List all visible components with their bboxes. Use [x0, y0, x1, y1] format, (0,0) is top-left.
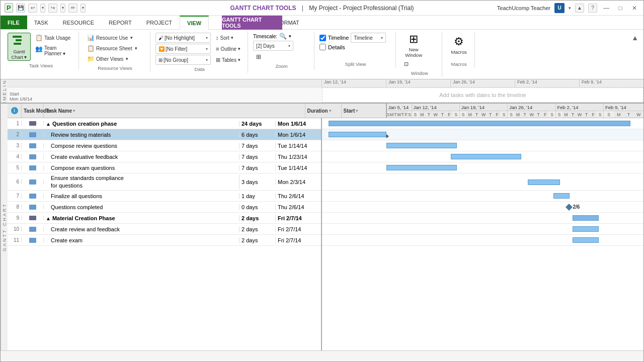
sort-button[interactable]: ↕ Sort ▾ [213, 33, 236, 43]
row-mode-5 [22, 165, 44, 170]
table-row[interactable]: 10 Create review and feedback 2 days Fri… [8, 224, 321, 235]
ribbon-collapse-btn[interactable]: ▲ [629, 32, 640, 44]
user-dropdown[interactable]: ▾ [569, 6, 571, 11]
row-name-11: Create exam [44, 237, 239, 243]
row-mode-10 [22, 227, 44, 232]
gantt-row-6 [322, 173, 643, 191]
arrange-icon: ⊡ [404, 61, 409, 67]
table-row[interactable]: 8 Questions completed 0 days Thu 2/6/14 [8, 202, 321, 213]
ribbon: FILE TASK RESOURCE REPORT PROJECT VIEW F… [1, 16, 643, 79]
gantt-chart-button[interactable]: GanttChart ▾ [8, 33, 31, 61]
row-num-6: 6 [8, 179, 22, 185]
header-duration[interactable]: Duration ▾ [305, 104, 342, 118]
gantt-area: GANTT CHART i Task Mode ▾ Task Name [1, 104, 643, 350]
close-btn[interactable]: ✕ [629, 4, 639, 12]
zoom-dropdown-icon[interactable]: ▾ [289, 34, 291, 39]
day-t11: T [624, 111, 634, 118]
resource-use-button[interactable]: 📊 Resource Use ▾ [84, 33, 136, 43]
table-row[interactable]: 6 Ensure standards compliancefor questio… [8, 173, 321, 191]
timescale-label: Timescale: [253, 34, 277, 39]
header-task-name[interactable]: Task Name ▾ [44, 104, 305, 118]
qat-custom[interactable]: ✏ [68, 4, 77, 13]
table-row[interactable]: 2 Review testing materials 6 days Mon 1/… [8, 129, 321, 140]
highlight-dropdown[interactable]: 🖌 [No Highlight] ▾ [155, 33, 211, 43]
details-checkbox[interactable] [319, 44, 326, 50]
table-row[interactable]: 9 ▲Material Creation Phase 2 days Fri 2/… [8, 213, 321, 224]
header-task-mode[interactable]: Task Mode ▾ [22, 104, 44, 118]
new-window-button[interactable]: ⊞ New Window [401, 33, 426, 58]
user-avatar: U [554, 3, 565, 13]
ribbon-collapse[interactable]: ▲ [575, 4, 584, 13]
qat-undo-dropdown[interactable]: ▾ [40, 4, 45, 13]
timeline-drop-area[interactable]: Add tasks with dates to the timeline [322, 87, 643, 103]
timeline-select-label: Timeline [354, 35, 372, 41]
tables-label: Tables [222, 57, 236, 63]
summary-expand-9[interactable]: ▲ [46, 216, 51, 221]
qat-dropdown[interactable]: ▾ [80, 4, 86, 13]
table-row[interactable]: 4 Create evaluative feedback 7 days Thu … [8, 151, 321, 162]
header-start[interactable]: Start ▾ [342, 104, 387, 118]
data-row3: ⊞ [No Group] ▾ ⊞ Tables ▾ [155, 55, 244, 65]
outline-arrow: ▾ [238, 46, 240, 51]
table-row[interactable]: 3 Compose review questions 7 days Tue 1/… [8, 140, 321, 151]
group-icon: ⊞ [158, 57, 163, 63]
table-row[interactable]: 1 ▲Question creation phase 24 days Mon 1… [8, 118, 321, 129]
row-mode-3 [22, 143, 44, 148]
start-sort-icon: ▾ [356, 109, 358, 113]
qat-redo-dropdown[interactable]: ▾ [60, 4, 65, 13]
days-jan19-week: S M T W T F S [460, 111, 508, 118]
table-row[interactable]: 7 Finalize all questions 1 day Thu 2/6/1… [8, 191, 321, 202]
day-t9: T [570, 111, 577, 118]
task-usage-button[interactable]: 📋 Task Usage [32, 33, 73, 43]
timeline-select[interactable]: Timeline ▾ [351, 33, 386, 43]
task-name-9: Material Creation Phase [52, 215, 115, 221]
timeline-placeholder: Add tasks with dates to the timeline [439, 92, 526, 98]
team-planner-button[interactable]: 👥 TeamPlanner ▾ [32, 43, 73, 61]
table-row[interactable]: 11 Create exam 2 days Fri 2/7/14 [8, 235, 321, 246]
days-dropdown[interactable]: [2] Days ▾ [253, 41, 293, 51]
timeline-start-date: Mon 1/6/14 [10, 97, 32, 102]
group-macros: ⚙ Macros Macros [443, 32, 475, 68]
timeline-label: Timeline [328, 35, 349, 41]
days-jan12-week: S M T W T F S [412, 111, 460, 118]
tab-resource[interactable]: RESOURCE [56, 16, 102, 29]
macros-button[interactable]: ⚙ Macros [447, 33, 470, 58]
day-w1: W [397, 111, 401, 118]
milestone-label-8: 2/6 [573, 204, 580, 210]
arrange-button[interactable]: ⊡ [401, 59, 412, 69]
outline-button[interactable]: ≡ Outline ▾ [213, 44, 244, 54]
help-btn[interactable]: ? [588, 4, 597, 13]
filter-dropdown[interactable]: 🔽 [No Filter] ▾ [155, 44, 211, 54]
days-label: [2] Days [256, 43, 275, 49]
tables-button[interactable]: ⊞ Tables ▾ [213, 55, 244, 65]
timeline-checkbox[interactable] [319, 35, 326, 41]
qat-redo[interactable]: ↪ [48, 4, 57, 13]
week-headers: Jan 5, '14 Jan 12, '14 Jan 19, '14 Jan 2… [387, 104, 644, 111]
group-dropdown[interactable]: ⊞ [No Group] ▾ [155, 55, 211, 65]
minimize-btn[interactable]: — [601, 4, 611, 12]
maximize-btn[interactable]: □ [615, 4, 625, 12]
tab-task[interactable]: TASK [27, 16, 56, 29]
resource-use-icon: 📊 [87, 34, 95, 41]
tab-file[interactable]: FILE [1, 16, 27, 29]
qat-save[interactable]: 💾 [16, 4, 25, 13]
tab-report[interactable]: REPORT [102, 16, 139, 29]
qat-undo[interactable]: ↩ [28, 4, 37, 13]
macros-label: Macros [451, 49, 467, 55]
window-label: Window [397, 70, 442, 76]
resource-sheet-button[interactable]: 📋 Resource Sheet ▾ [84, 43, 140, 53]
split-view-label: Split View [315, 61, 395, 67]
fit-view-button[interactable]: ⊞ [253, 52, 264, 62]
tab-project[interactable]: PROJECT [139, 16, 180, 29]
table-row[interactable]: 5 Compose exam questions 7 days Tue 1/14… [8, 162, 321, 173]
summary-expand-1[interactable]: ▲ [46, 121, 51, 127]
gantt-row-3 [322, 140, 643, 151]
zoom-icon[interactable]: 🔍 [279, 33, 287, 40]
resource-sheet-icon: 📋 [87, 45, 95, 52]
timeline-section: TIMELINE Jan 12, '14 Jan 19, '14 Jan 26,… [1, 79, 643, 104]
tab-view[interactable]: VIEW [180, 16, 209, 30]
tools-tab-label[interactable]: GANTT CHART TOOLS [222, 16, 282, 30]
svg-rect-0 [13, 36, 22, 38]
row-mode-2 [22, 132, 44, 137]
other-views-button[interactable]: 📁 Other Views ▾ [84, 54, 131, 64]
